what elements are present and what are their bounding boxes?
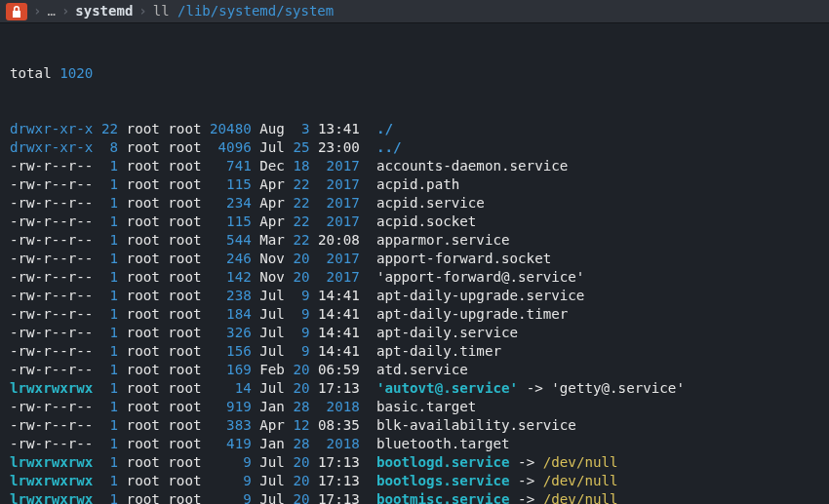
- owner: root: [118, 158, 160, 174]
- day: 12: [285, 417, 310, 433]
- day: 28: [285, 436, 310, 451]
- day: 20: [285, 251, 310, 266]
- listing-row: -rw-r--r-- 1 root root 115 Apr 22 2017 a…: [10, 213, 819, 231]
- listing-row: -rw-r--r-- 1 root root 238 Jul 9 14:41 a…: [10, 287, 819, 305]
- group: root: [160, 362, 202, 377]
- perms: lrwxrwxrwx: [10, 491, 93, 504]
- time: 17:13: [310, 491, 360, 504]
- month: Jan: [252, 436, 285, 451]
- perms: -rw-r--r--: [10, 306, 93, 322]
- time: 14:41: [310, 343, 360, 359]
- listing-row: lrwxrwxrwx 1 root root 9 Jul 20 17:13 bo…: [10, 453, 819, 472]
- time: 14:41: [310, 288, 360, 303]
- month: Jul: [252, 380, 285, 396]
- file-name-segment: apport-forward.socket: [376, 251, 551, 266]
- file-name-segment: acpid.service: [376, 195, 485, 211]
- link-count: 1: [93, 176, 118, 192]
- owner: root: [118, 380, 160, 396]
- chevron-icon: ›: [138, 2, 146, 20]
- group: root: [160, 306, 202, 322]
- link-count: 1: [93, 491, 118, 504]
- group: root: [160, 380, 202, 396]
- owner: root: [118, 232, 160, 248]
- link-count: 1: [93, 158, 118, 174]
- chevron-icon: ›: [33, 2, 41, 20]
- month: Nov: [252, 269, 285, 285]
- owner: root: [118, 436, 160, 451]
- month: Jul: [252, 306, 285, 322]
- perms: lrwxrwxrwx: [10, 454, 93, 470]
- file-name-segment: apparmor.service: [376, 232, 510, 248]
- file-name-segment: /dev/null: [543, 473, 618, 488]
- size: 9: [201, 473, 251, 488]
- day: 9: [285, 325, 310, 340]
- group: root: [160, 343, 202, 359]
- perms: lrwxrwxrwx: [10, 380, 93, 396]
- month: Jul: [252, 139, 285, 155]
- breadcrumb-ellipsis: …: [47, 2, 55, 20]
- perms: -rw-r--r--: [10, 288, 93, 303]
- time: 2017: [310, 176, 360, 192]
- day: 22: [285, 176, 310, 192]
- owner: root: [118, 306, 160, 322]
- file-name-segment: ->: [510, 491, 543, 504]
- size: 4096: [201, 139, 251, 155]
- day: 28: [285, 399, 310, 414]
- time: 17:13: [310, 380, 360, 396]
- day: 20: [285, 473, 310, 488]
- group: root: [160, 473, 202, 488]
- day: 22: [285, 232, 310, 248]
- file-name-segment: ->: [518, 380, 551, 396]
- size: 115: [201, 176, 251, 192]
- owner: root: [118, 454, 160, 470]
- month: Jul: [252, 325, 285, 340]
- perms: -rw-r--r--: [10, 399, 93, 414]
- listing-row: lrwxrwxrwx 1 root root 9 Jul 20 17:13 bo…: [10, 490, 819, 504]
- group: root: [160, 325, 202, 340]
- time: 23:00: [310, 139, 360, 155]
- command-line[interactable]: ll /lib/systemd/system: [153, 2, 334, 20]
- month: Jul: [252, 491, 285, 504]
- time: 2017: [310, 213, 360, 229]
- day: 20: [285, 380, 310, 396]
- file-name-segment: apt-daily-upgrade.timer: [376, 306, 568, 322]
- perms: -rw-r--r--: [10, 325, 93, 340]
- owner: root: [118, 288, 160, 303]
- perms: -rw-r--r--: [10, 269, 93, 285]
- month: Jul: [252, 343, 285, 359]
- file-name-segment: acpid.path: [376, 176, 459, 192]
- perms: -rw-r--r--: [10, 343, 93, 359]
- link-count: 1: [93, 343, 118, 359]
- month: Jul: [252, 288, 285, 303]
- perms: -rw-r--r--: [10, 176, 93, 192]
- file-name-segment: ->: [510, 473, 543, 488]
- perms: -rw-r--r--: [10, 417, 93, 433]
- size: 326: [201, 325, 251, 340]
- group: root: [160, 232, 202, 248]
- link-count: 22: [93, 121, 118, 136]
- link-count: 1: [93, 288, 118, 303]
- group: root: [160, 436, 202, 451]
- listing-row: -rw-r--r-- 1 root root 419 Jan 28 2018 b…: [10, 435, 819, 453]
- month: Apr: [252, 195, 285, 211]
- perms: -rw-r--r--: [10, 213, 93, 229]
- listing-row: -rw-r--r-- 1 root root 326 Jul 9 14:41 a…: [10, 324, 819, 342]
- link-count: 1: [93, 380, 118, 396]
- size: 156: [201, 343, 251, 359]
- perms: drwxr-xr-x: [10, 121, 93, 136]
- owner: root: [118, 176, 160, 192]
- month: Aug: [252, 121, 285, 136]
- month: Jul: [252, 454, 285, 470]
- owner: root: [118, 269, 160, 285]
- group: root: [160, 399, 202, 414]
- owner: root: [118, 491, 160, 504]
- day: 20: [285, 454, 310, 470]
- group: root: [160, 121, 202, 136]
- title-bar: › … › systemd › ll /lib/systemd/system: [0, 0, 829, 23]
- terminal-output[interactable]: total 1020 drwxr-xr-x 22 root root 20480…: [0, 23, 829, 504]
- time: 2017: [310, 158, 360, 174]
- time: 14:41: [310, 325, 360, 340]
- listing-row: -rw-r--r-- 1 root root 741 Dec 18 2017 a…: [10, 157, 819, 175]
- day: 20: [285, 269, 310, 285]
- size: 9: [201, 454, 251, 470]
